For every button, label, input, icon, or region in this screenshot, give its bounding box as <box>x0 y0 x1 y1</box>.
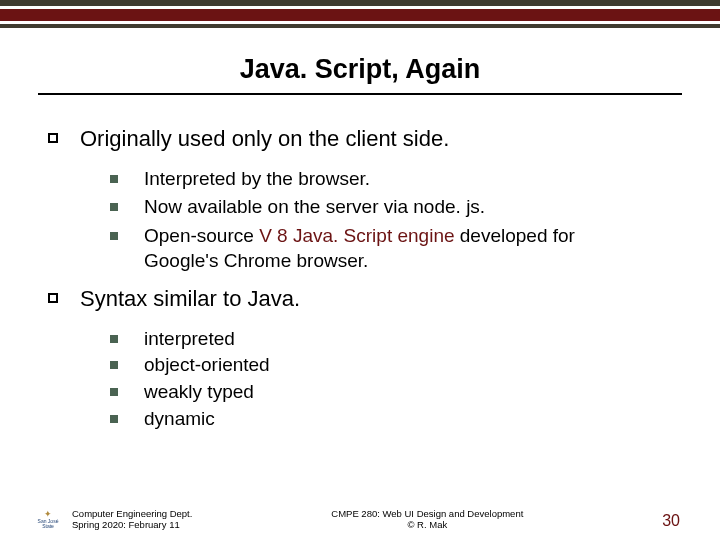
footer-line: © R. Mak <box>192 519 662 530</box>
sub-bullet-text: Open-source V 8 Java. Script engine deve… <box>144 224 624 273</box>
list-item: dynamic <box>110 407 680 432</box>
sjsu-logo-icon: ✦ San José State <box>34 508 62 530</box>
sub-bullet-text: interpreted <box>144 327 235 352</box>
list-item: Now available on the server via node. js… <box>110 195 680 220</box>
footer-center: CMPE 280: Web UI Design and Development … <box>192 508 662 530</box>
decorative-top-bars <box>0 0 720 28</box>
bullet-fill-icon <box>110 388 118 396</box>
footer-line: Computer Engineering Dept. <box>72 508 192 519</box>
sub-bullet-text: Interpreted by the browser. <box>144 167 370 192</box>
slide-title: Java. Script, Again <box>0 54 720 85</box>
sub-bullet-text: object-oriented <box>144 353 270 378</box>
bullet-fill-icon <box>110 415 118 423</box>
sub-bullet-text: Now available on the server via node. js… <box>144 195 485 220</box>
list-item: interpreted <box>110 327 680 352</box>
list-item: Open-source V 8 Java. Script engine deve… <box>110 224 680 273</box>
list-item: weakly typed <box>110 380 680 405</box>
list-item: Originally used only on the client side. <box>48 125 680 153</box>
slide-footer: ✦ San José State Computer Engineering De… <box>0 508 720 530</box>
link-text: V 8 Java. Script engine <box>259 225 454 246</box>
list-item: Interpreted by the browser. <box>110 167 680 192</box>
logo-name: San José State <box>38 518 59 529</box>
bullet-square-icon <box>48 133 58 143</box>
footer-dept: Computer Engineering Dept. Spring 2020: … <box>72 508 192 530</box>
bullet-fill-icon <box>110 335 118 343</box>
slide-content: Originally used only on the client side.… <box>0 95 720 432</box>
main-bullet-text: Syntax similar to Java. <box>80 285 300 313</box>
bullet-square-icon <box>48 293 58 303</box>
footer-line: CMPE 280: Web UI Design and Development <box>192 508 662 519</box>
text-fragment: Open-source <box>144 225 259 246</box>
list-item: object-oriented <box>110 353 680 378</box>
page-number: 30 <box>662 512 680 530</box>
bullet-fill-icon <box>110 175 118 183</box>
sub-bullet-text: weakly typed <box>144 380 254 405</box>
footer-line: Spring 2020: February 11 <box>72 519 192 530</box>
bullet-fill-icon <box>110 232 118 240</box>
bullet-fill-icon <box>110 203 118 211</box>
list-item: Syntax similar to Java. <box>48 285 680 313</box>
sub-bullet-text: dynamic <box>144 407 215 432</box>
main-bullet-text: Originally used only on the client side. <box>80 125 449 153</box>
footer-left: ✦ San José State Computer Engineering De… <box>34 508 192 530</box>
sub-list: Interpreted by the browser. Now availabl… <box>110 167 680 274</box>
bullet-fill-icon <box>110 361 118 369</box>
sub-list: interpreted object-oriented weakly typed… <box>110 327 680 432</box>
